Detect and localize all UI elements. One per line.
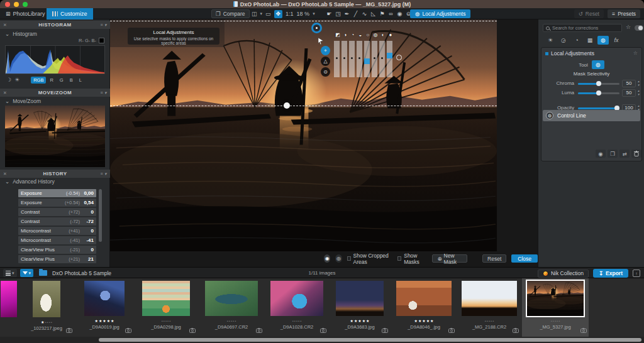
filmstrip-thumbnail[interactable] [0, 278, 18, 337]
filmstrip-thumbnail[interactable]: ★••••_1023217.jpeg [19, 278, 74, 337]
history-item[interactable]: ClearView Plus(+21)21 [18, 255, 96, 263]
local-adjustments-tab-icon[interactable]: ◍ [597, 36, 609, 45]
eyedropper-icon[interactable]: ✒ [343, 11, 350, 17]
blacks-channel-icon[interactable]: ● [387, 32, 394, 38]
histogram-mode-l[interactable]: L [77, 77, 84, 84]
minimize-window-button[interactable] [14, 2, 19, 7]
star-rating[interactable]: ••••• [227, 318, 236, 324]
star-rating[interactable]: ★★★★★ [95, 318, 114, 324]
nik-collection-button[interactable]: Nik Collection [538, 270, 589, 278]
exposure-channel-icon[interactable]: ◩ [334, 32, 341, 38]
pan-hand-icon[interactable]: ☛ [326, 11, 333, 17]
close-icon[interactable]: ✕ [3, 23, 7, 28]
graduated-filter-icon[interactable]: ◺ [370, 11, 377, 17]
control-line-bottom[interactable] [110, 106, 497, 106]
corrections-search[interactable] [543, 24, 622, 32]
equalizer-slider[interactable] [379, 41, 385, 77]
corrections-toggle[interactable] [635, 25, 643, 31]
favorite-section-icon[interactable]: ☆ [633, 50, 638, 56]
equalizer-slider[interactable] [372, 41, 377, 77]
detail-tab-icon[interactable]: ◔ [571, 36, 582, 45]
duplicate-mask-button[interactable]: ❐ [608, 150, 618, 158]
value-stepper[interactable]: ▴▾ [638, 79, 640, 87]
fit-view-icon[interactable]: ▭ [265, 11, 271, 17]
clearview-channel-icon[interactable]: ◒ [357, 32, 364, 38]
histogram-mode-rgb[interactable]: RGB [31, 77, 46, 84]
geometry-tab-icon[interactable]: ▦ [584, 36, 596, 45]
slider-value[interactable]: 50 [622, 80, 636, 87]
mask-list-item-control-line[interactable]: ◍ Control Line [543, 110, 640, 121]
close-window-button[interactable] [5, 2, 10, 7]
equalizer-slider[interactable] [341, 41, 347, 77]
tab-photolibrary[interactable]: ⊞ PhotoLibrary [0, 8, 51, 19]
presets-button[interactable]: ≡ Presets [608, 9, 640, 18]
chevron-down-icon[interactable]: ▾ [313, 11, 315, 16]
equalizer-slider[interactable] [364, 41, 370, 77]
red-eye-icon[interactable]: ◉ [396, 11, 403, 17]
histogram-subheader[interactable]: ⌄ Histogram [5, 31, 37, 37]
mask-display-toggle[interactable]: ◉ [324, 254, 330, 263]
close-icon[interactable]: ✕ [3, 90, 7, 95]
effects-tab-icon[interactable]: fx [611, 36, 622, 45]
star-rating[interactable]: ★★★★★ [414, 318, 434, 324]
history-scrollbar[interactable] [99, 189, 102, 242]
star-rating[interactable]: ••••• [162, 318, 171, 324]
zoom-level[interactable]: 18 % [297, 11, 310, 17]
ratio-label[interactable]: 1:1 [286, 11, 294, 17]
equalizer-end-handle[interactable] [396, 55, 402, 60]
section-header[interactable]: Local Adjustments [545, 50, 594, 57]
filmstrip-thumbnail[interactable]: ★★★★★_D9A3683.jpg [330, 278, 390, 337]
history-item[interactable]: Contrast(-72)-72 [18, 217, 96, 226]
control-point-tool-button[interactable]: ◍ [592, 60, 604, 69]
light-tab-icon[interactable]: ☀ [545, 36, 556, 45]
history-item[interactable]: Exposure(+0.54)0,54 [18, 199, 96, 207]
histogram-mode-b[interactable]: B [67, 77, 75, 84]
filmstrip-thumbnail[interactable]: ★★★★★_D9A0019.jpg [75, 278, 133, 337]
shadows-channel-icon[interactable]: ◐ [379, 32, 387, 38]
movezoom-panel-header[interactable]: ✕ MOVE/ZOOM ≡▾ [0, 89, 110, 97]
highlights-channel-icon[interactable]: ○ [364, 32, 372, 38]
crop-icon[interactable]: ◳ [335, 11, 341, 17]
show-masks-checkbox[interactable]: Show Masks [397, 253, 427, 265]
histogram-mode-g[interactable]: G [57, 77, 66, 84]
mask-compare-toggle[interactable]: ◎ [335, 254, 341, 263]
delete-mask-button[interactable] [631, 150, 641, 158]
reset-button[interactable]: ↺ Reset [574, 9, 604, 18]
panel-menu-icon[interactable]: ≡▾ [101, 90, 107, 95]
show-cropped-areas-checkbox[interactable]: Show Cropped Areas [347, 253, 393, 265]
export-button[interactable]: ↧ Export [593, 269, 628, 278]
chain-icon[interactable]: ∞ [387, 11, 394, 17]
history-item[interactable]: ClearView Plus(-21)0 [18, 246, 96, 254]
compare-button[interactable]: ❐ Compare [211, 9, 250, 18]
equalizer-slider[interactable] [357, 41, 362, 77]
photo-view[interactable]: Local Adjustments Use selective masks to… [110, 19, 497, 251]
show-mask-eye-button[interactable]: ◉ [596, 150, 606, 158]
equalizer-slider[interactable] [334, 41, 340, 77]
equalizer-slider[interactable] [349, 41, 355, 77]
history-item[interactable]: Contrast(+72)0 [18, 208, 96, 216]
slider-track[interactable] [578, 83, 619, 85]
history-subheader[interactable]: ⌄ Advanced History [5, 178, 55, 185]
history-panel-header[interactable]: ✕ HISTORY ≡▾ [0, 170, 110, 178]
tab-customize[interactable]: Customize [47, 8, 93, 19]
color-tab-icon[interactable]: ◶ [558, 36, 569, 45]
straighten-icon[interactable]: ╱ [352, 11, 359, 17]
bookmark-icon[interactable]: ⚑ [379, 11, 386, 17]
history-item[interactable]: Microcontrast(+41)0 [18, 227, 96, 235]
star-rating[interactable]: ★•••• [41, 319, 52, 325]
filmstrip-thumbnail[interactable]: •••••_D9A1028.CR2 [265, 278, 328, 337]
shadow-clipping-icon[interactable]: ☽ [6, 77, 11, 83]
histogram-mode-r[interactable]: R [47, 77, 55, 84]
new-mask-button[interactable]: ⊕ New Mask [432, 254, 467, 263]
vibrancy-channel-icon[interactable]: ◔ [349, 32, 357, 38]
slider-value[interactable]: 50 [622, 89, 636, 97]
close-icon[interactable]: ✕ [3, 172, 7, 177]
control-point-tool-icon[interactable]: ⌖ [321, 46, 330, 55]
star-rating[interactable]: ••••• [551, 318, 560, 324]
scrollbar-thumb[interactable] [99, 338, 641, 342]
star-rating[interactable]: ★★★★★ [350, 318, 370, 324]
slider-knob[interactable] [596, 81, 601, 86]
title-bar[interactable]: DxO PhotoLab — DxO PhotoLab 5 Sample — _… [0, 0, 644, 8]
mask-shape-tool-icon[interactable]: △ [321, 57, 330, 66]
histogram-panel-header[interactable]: ✕ HISTOGRAM ≡▾ [0, 21, 110, 29]
